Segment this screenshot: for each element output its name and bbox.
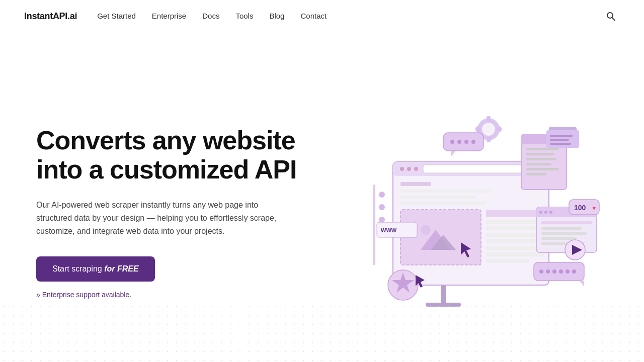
svg-rect-22	[486, 226, 544, 230]
svg-point-62	[544, 211, 547, 214]
svg-point-53	[450, 140, 454, 144]
svg-rect-52	[443, 133, 484, 151]
svg-point-87	[379, 192, 385, 198]
logo[interactable]: InstantAPI.ai	[24, 11, 77, 22]
svg-text:♥: ♥	[592, 205, 596, 212]
svg-rect-34	[526, 163, 551, 165]
svg-rect-13	[400, 196, 476, 199]
svg-point-18	[421, 225, 431, 235]
hero-illustration: 100 ♥ WWW	[327, 86, 620, 338]
svg-rect-24	[486, 239, 544, 243]
cta-emphasis: for FREE	[104, 264, 138, 273]
nav-contact[interactable]: Contact	[300, 12, 327, 20]
nav-links: Get Started Enterprise Docs Tools Blog C…	[97, 12, 602, 21]
svg-rect-66	[541, 232, 587, 235]
svg-point-63	[549, 211, 552, 214]
main-navigation: InstantAPI.ai Get Started Enterprise Doc…	[0, 0, 644, 32]
enterprise-link[interactable]: » Enterprise support available.	[36, 291, 296, 299]
svg-rect-25	[486, 246, 544, 250]
nav-blog[interactable]: Blog	[269, 12, 284, 20]
svg-rect-41	[550, 143, 571, 145]
svg-rect-64	[541, 221, 592, 224]
svg-point-74	[566, 269, 570, 274]
svg-rect-45	[487, 137, 491, 142]
hero-description: Our AI-powered web scraper instantly tur…	[36, 199, 283, 238]
svg-point-75	[572, 269, 576, 274]
hero-title: Converts any website into a customized A…	[36, 126, 296, 184]
svg-line-1	[612, 18, 615, 21]
svg-point-43	[482, 123, 495, 136]
svg-rect-23	[486, 233, 544, 237]
svg-rect-32	[526, 153, 554, 155]
svg-point-72	[552, 269, 556, 274]
svg-point-9	[414, 167, 418, 171]
svg-rect-39	[550, 135, 573, 137]
svg-point-61	[539, 211, 542, 214]
svg-rect-67	[541, 237, 577, 240]
cta-button[interactable]: Start scraping for FREE	[36, 256, 155, 282]
cta-prefix: Start scraping	[52, 264, 104, 273]
svg-point-7	[400, 167, 404, 171]
svg-rect-65	[541, 227, 582, 230]
nav-get-started[interactable]: Get Started	[97, 12, 136, 20]
hero-section: Converts any website into a customized A…	[0, 32, 644, 362]
svg-point-56	[471, 140, 475, 144]
svg-point-8	[407, 167, 411, 171]
svg-rect-10	[423, 165, 524, 173]
svg-rect-35	[526, 168, 559, 170]
svg-point-70	[539, 269, 543, 274]
svg-rect-44	[487, 116, 491, 121]
svg-point-54	[457, 140, 461, 144]
svg-rect-36	[526, 173, 546, 175]
illustration-svg: 100 ♥ WWW	[343, 107, 604, 318]
svg-rect-40	[550, 139, 569, 141]
nav-enterprise[interactable]: Enterprise	[152, 12, 186, 20]
svg-rect-90	[373, 185, 375, 265]
svg-marker-57	[451, 151, 456, 157]
svg-point-55	[464, 140, 468, 144]
svg-text:WWW: WWW	[381, 227, 397, 233]
svg-marker-76	[579, 281, 584, 287]
svg-rect-27	[486, 259, 529, 263]
svg-rect-14	[400, 202, 486, 205]
search-icon	[606, 11, 616, 21]
hero-text-block: Converts any website into a customized A…	[36, 126, 296, 299]
nav-tools[interactable]: Tools	[235, 12, 253, 20]
svg-rect-21	[486, 220, 544, 224]
svg-rect-31	[526, 148, 559, 150]
svg-point-71	[546, 269, 550, 274]
svg-point-88	[379, 204, 385, 210]
svg-rect-20	[486, 210, 544, 217]
svg-point-73	[559, 269, 563, 274]
svg-point-89	[379, 217, 385, 223]
svg-rect-33	[526, 158, 556, 160]
svg-rect-26	[486, 252, 544, 256]
svg-rect-12	[400, 190, 491, 193]
svg-text:100: 100	[574, 204, 586, 212]
nav-docs[interactable]: Docs	[202, 12, 219, 20]
dot-grid-decoration	[0, 302, 644, 362]
svg-rect-11	[400, 182, 431, 186]
search-button[interactable]	[602, 7, 620, 25]
